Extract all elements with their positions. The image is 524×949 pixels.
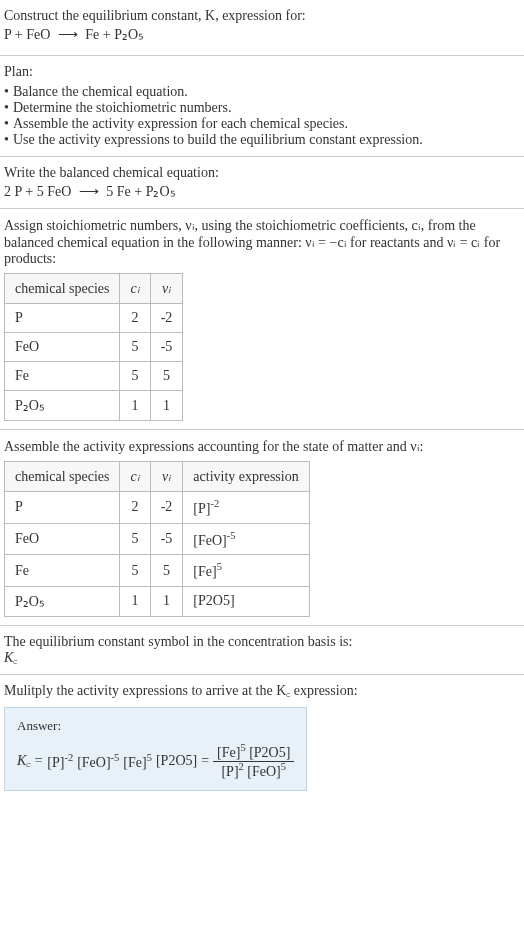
fraction-numerator: [Fe]5 [P2O5] [213,742,294,762]
col-expr: activity expression [183,462,309,492]
plan-section: Plan: •Balance the chemical equation. •D… [0,56,524,157]
kc-expression: K꜀ = [P]-2 [FeO]-5 [Fe]5 [P2O5] = [Fe]5 … [17,742,294,780]
col-vi: νᵢ [150,462,183,492]
bullet-icon: • [4,84,9,100]
eq-rhs: 5 Fe + P₂O₅ [106,184,175,199]
bullet-text: Use the activity expressions to build th… [13,132,423,148]
expr-base: [FeO] [193,532,226,547]
eq-lhs: P + FeO [4,27,50,42]
cell-ci: 5 [120,523,150,555]
term-base: [P2O5] [156,753,197,768]
term-base: [P2O5] [249,745,290,760]
term-exp: -2 [64,752,73,763]
table-row: FeO5-5[FeO]-5 [5,523,310,555]
stoich-section: Assign stoichiometric numbers, νᵢ, using… [0,209,524,430]
plan-bullet: •Balance the chemical equation. [4,84,520,100]
col-vi: νᵢ [150,274,183,304]
plan-bullet: •Assemble the activity expression for ea… [4,116,520,132]
term-exp: -5 [111,752,120,763]
plan-bullet: •Use the activity expressions to build t… [4,132,520,148]
table-row: P₂O₅11[P2O5] [5,586,310,616]
multiply-section: Mulitply the activity expressions to arr… [0,675,524,799]
balanced-equation: 2 P + 5 FeO ⟶ 5 Fe + P₂O₅ [4,183,520,200]
table-row: FeO5-5 [5,333,183,362]
cell-species: Fe [5,362,120,391]
balanced-section: Write the balanced chemical equation: 2 … [0,157,524,209]
intro-section: Construct the equilibrium constant, K, e… [0,0,524,56]
bullet-text: Balance the chemical equation. [13,84,188,100]
cell-vi: -5 [150,523,183,555]
col-species: chemical species [5,274,120,304]
cell-species: FeO [5,333,120,362]
cell-vi: -2 [150,492,183,524]
den-term: [P]2 [221,764,243,779]
activity-section: Assemble the activity expressions accoun… [0,430,524,626]
cell-ci: 1 [120,586,150,616]
term-exp: 5 [147,752,152,763]
term: [P2O5] [156,753,197,769]
table-header-row: chemical species cᵢ νᵢ activity expressi… [5,462,310,492]
cell-vi: 1 [150,391,183,421]
intro-equation: P + FeO ⟶ Fe + P₂O₅ [4,26,520,43]
cell-vi: -5 [150,333,183,362]
intro-text: Construct the equilibrium constant, K, e… [4,8,520,24]
cell-vi: 5 [150,362,183,391]
plan-bullets: •Balance the chemical equation. •Determi… [4,84,520,148]
cell-vi: -2 [150,304,183,333]
cell-species: Fe [5,555,120,587]
expr-base: [P] [193,501,210,516]
term-base: [P] [221,764,238,779]
term-exp: 5 [240,742,245,753]
term: [FeO]-5 [77,752,119,771]
cell-ci: 5 [120,362,150,391]
cell-ci: 5 [120,333,150,362]
cell-ci: 5 [120,555,150,587]
intro-prompt: Construct the equilibrium constant, K, e… [4,8,306,23]
balanced-heading: Write the balanced chemical equation: [4,165,520,181]
table-row: P₂O₅11 [5,391,183,421]
cell-vi: 1 [150,586,183,616]
col-ci: cᵢ [120,274,150,304]
term-base: [FeO] [77,754,110,769]
term: [Fe]5 [123,752,152,771]
equals: = [201,753,209,769]
bullet-icon: • [4,116,9,132]
cell-ci: 2 [120,304,150,333]
col-species: chemical species [5,462,120,492]
cell-expr: [P2O5] [183,586,309,616]
num-term: [Fe]5 [217,745,246,760]
plan-bullet: •Determine the stoichiometric numbers. [4,100,520,116]
symbol-value: K꜀ [4,650,520,666]
term-exp: 5 [281,762,286,773]
arrow-icon: ⟶ [79,184,99,199]
table-row: Fe55[Fe]5 [5,555,310,587]
term-exp: 2 [239,762,244,773]
cell-ci: 2 [120,492,150,524]
table-header-row: chemical species cᵢ νᵢ [5,274,183,304]
symbol-heading: The equilibrium constant symbol in the c… [4,634,520,650]
bullet-icon: • [4,132,9,148]
multiply-heading: Mulitply the activity expressions to arr… [4,683,520,699]
plan-heading: Plan: [4,64,520,80]
table-row: Fe55 [5,362,183,391]
activity-table: chemical species cᵢ νᵢ activity expressi… [4,461,310,617]
expr-base: [Fe] [193,564,216,579]
arrow-icon: ⟶ [58,27,78,42]
cell-expr: [Fe]5 [183,555,309,587]
expr-base: [P2O5] [193,593,234,608]
kc-symbol: K꜀ = [17,753,43,769]
cell-expr: [FeO]-5 [183,523,309,555]
expr-exp: 5 [217,561,222,572]
term: [P]-2 [47,752,73,771]
fraction: [Fe]5 [P2O5] [P]2 [FeO]5 [213,742,294,780]
answer-box: Answer: K꜀ = [P]-2 [FeO]-5 [Fe]5 [P2O5] … [4,707,307,791]
cell-species: P [5,304,120,333]
cell-species: P₂O₅ [5,391,120,421]
bullet-text: Assemble the activity expression for eac… [13,116,348,132]
eq-rhs: Fe + P₂O₅ [85,27,144,42]
cell-species: P [5,492,120,524]
cell-vi: 5 [150,555,183,587]
stoich-text: Assign stoichiometric numbers, νᵢ, using… [4,217,520,267]
bullet-icon: • [4,100,9,116]
term-base: [FeO] [247,764,280,779]
